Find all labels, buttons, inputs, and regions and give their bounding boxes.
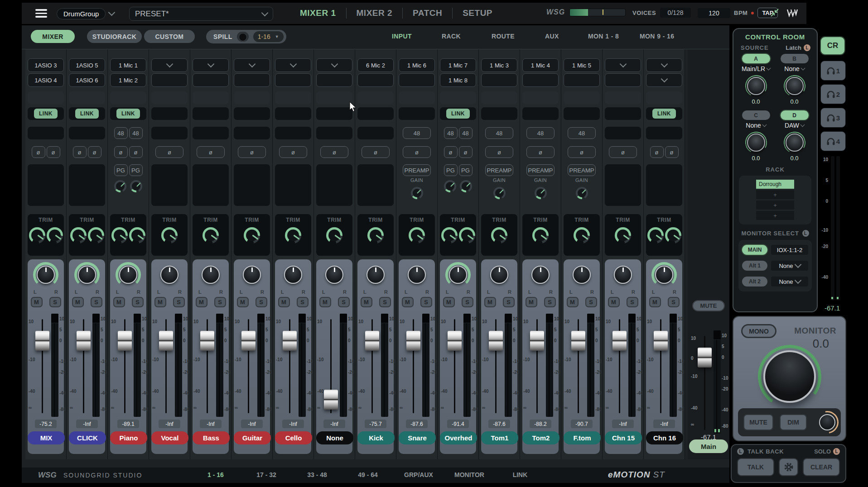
preamp-gain-button[interactable]: PREAMP [485, 164, 513, 176]
monitor-mute-button[interactable]: MUTE [743, 414, 773, 430]
solo-button[interactable]: S [420, 297, 432, 307]
source-d-button[interactable]: D [781, 110, 809, 120]
input-patch-select[interactable]: 1ASIO 3 [28, 58, 64, 72]
pan-knob[interactable] [119, 266, 137, 284]
mute-button[interactable]: M [113, 297, 125, 307]
page-tab-input[interactable]: INPUT [392, 33, 412, 40]
input-patch-select[interactable] [234, 73, 270, 87]
view-tab-custom[interactable]: CUSTOM [144, 30, 195, 43]
channel-name-pill[interactable]: Chn 16 [646, 431, 683, 444]
input-patch-select[interactable] [151, 73, 188, 87]
page-tab-mon1-8[interactable]: MON 1 - 8 [588, 33, 619, 40]
headphones-1-button[interactable]: 1 [820, 61, 846, 81]
view-tab-studiorack[interactable]: STUDIORACK [87, 30, 142, 43]
latch-icon[interactable]: L [804, 44, 810, 51]
main-mute-button[interactable]: MUTE [692, 300, 725, 311]
tab-setup[interactable]: SETUP [453, 7, 502, 19]
input-patch-select[interactable]: 1 Mic 4 [522, 58, 559, 72]
channel-name-pill[interactable]: F.tom [564, 431, 601, 444]
input-patch-select[interactable] [275, 58, 311, 72]
phase-button[interactable]: ø [459, 146, 473, 158]
channel-name-pill[interactable]: Overhed [440, 431, 477, 444]
cr-button[interactable]: CR [821, 37, 844, 54]
pan-knob[interactable] [490, 266, 508, 284]
channel-name-pill[interactable]: Vocal [151, 431, 188, 444]
preamp-gain-knob[interactable] [114, 180, 126, 192]
monitor-output-alt1-button[interactable]: Alt 1 [742, 261, 767, 271]
trim-knob[interactable] [532, 227, 549, 244]
clear-solo-button[interactable]: CLEAR [803, 458, 840, 476]
phantom-48-button[interactable]: 48 [444, 127, 458, 139]
bottom-page-link[interactable]: LINK [495, 471, 545, 478]
fader-handle[interactable] [283, 331, 297, 351]
source-d-select[interactable]: DAW [785, 121, 804, 129]
mute-button[interactable]: M [484, 297, 496, 307]
source-a-select[interactable]: Main/LR [742, 65, 770, 73]
pan-knob[interactable] [78, 266, 96, 284]
latch-control[interactable]: Latch L [786, 44, 810, 51]
phase-button[interactable]: ø [114, 146, 128, 158]
preamp-gain-knob[interactable] [444, 180, 456, 192]
input-patch-select[interactable] [646, 58, 682, 72]
fader-handle[interactable] [530, 331, 544, 351]
mute-button[interactable]: M [31, 297, 43, 307]
view-tab-mixer[interactable]: MIXER [31, 30, 75, 43]
phase-button[interactable]: ø [279, 146, 307, 158]
phase-button[interactable]: ø [403, 146, 431, 158]
solo-button[interactable]: S [91, 297, 102, 307]
pan-knob[interactable] [573, 266, 591, 284]
dim-level-knob[interactable] [819, 414, 835, 430]
solo-button[interactable]: S [503, 297, 515, 307]
link-button[interactable]: LINK [652, 109, 676, 119]
phase-button[interactable]: ø [155, 146, 183, 158]
phase-button[interactable]: ø [32, 146, 45, 158]
monitor-output-select[interactable]: None [771, 277, 808, 286]
input-patch-select[interactable]: 1ASIO 5 [69, 58, 105, 72]
mute-button[interactable]: M [154, 297, 166, 307]
pan-knob[interactable] [531, 266, 550, 284]
channel-name-pill[interactable]: None [316, 431, 353, 444]
bottom-page-17-32[interactable]: 17 - 32 [241, 471, 292, 478]
headphones-3-button[interactable]: 3 [820, 108, 846, 128]
trim-knob[interactable] [665, 227, 681, 244]
bottom-page-monitor[interactable]: MONITOR [444, 471, 495, 478]
trim-knob[interactable] [129, 227, 145, 244]
mute-button[interactable]: M [402, 297, 414, 307]
trim-knob[interactable] [574, 227, 590, 244]
bpm-value[interactable]: 120 [698, 8, 730, 18]
phantom-48-button[interactable]: 48 [114, 127, 128, 139]
pan-knob[interactable] [325, 266, 343, 284]
page-tab-route[interactable]: ROUTE [492, 33, 515, 40]
fader-handle[interactable] [118, 331, 132, 351]
pan-knob[interactable] [37, 266, 55, 284]
monitor-output-select[interactable]: IOX-1:1-2 [771, 245, 808, 255]
preamp-gain-knob[interactable] [535, 187, 547, 199]
fader-handle[interactable] [200, 331, 214, 351]
phantom-48-button[interactable]: 48 [129, 127, 143, 139]
phantom-48-button[interactable]: 48 [459, 127, 473, 139]
pan-knob[interactable] [655, 266, 673, 284]
input-patch-select[interactable]: 1 Mic 8 [440, 73, 476, 87]
trim-knob[interactable] [367, 227, 384, 244]
headphones-4-button[interactable]: 4 [820, 131, 846, 151]
source-level-knob[interactable] [786, 134, 804, 152]
trim-knob[interactable] [88, 227, 104, 244]
fader-handle[interactable] [77, 331, 91, 351]
pan-knob[interactable] [366, 266, 385, 284]
phase-button[interactable]: ø [129, 146, 143, 158]
phase-button[interactable]: ø [197, 146, 225, 158]
input-patch-select[interactable] [646, 73, 682, 87]
tab-patch[interactable]: PATCH [403, 7, 452, 19]
input-patch-select[interactable] [234, 58, 270, 72]
mute-button[interactable]: M [526, 297, 537, 307]
channel-name-pill[interactable]: Tom2 [522, 431, 559, 444]
input-patch-select[interactable] [193, 58, 229, 72]
input-patch-select[interactable]: 1ASIO 4 [28, 73, 64, 87]
preamp-gain-button[interactable]: PREAMP [403, 164, 431, 176]
input-patch-select[interactable]: 1ASIO 6 [69, 73, 105, 87]
rack-add-slot[interactable]: + [756, 190, 794, 199]
rack-add-slot[interactable]: + [756, 211, 794, 220]
input-patch-select[interactable] [193, 73, 229, 87]
trim-knob[interactable] [647, 227, 664, 244]
trim-knob[interactable] [70, 227, 87, 244]
